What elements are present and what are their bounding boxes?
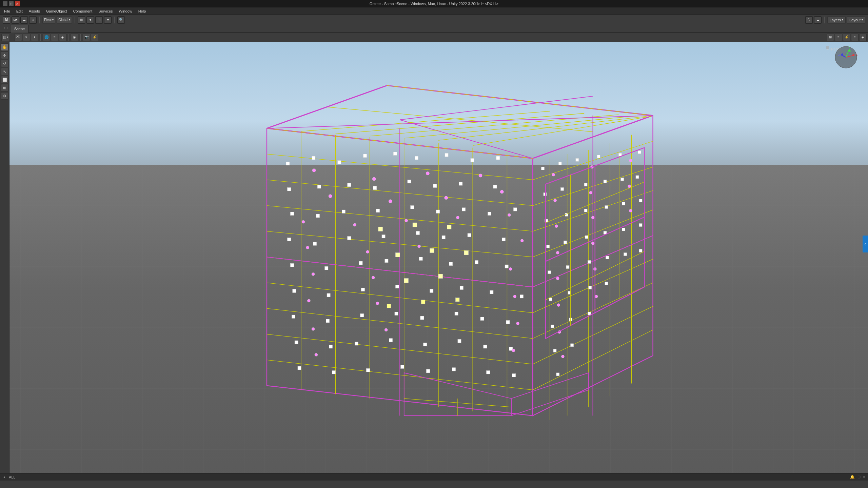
lighting-toggle[interactable]: ☀: [23, 34, 30, 41]
scene-options-icon[interactable]: ≡: [826, 45, 829, 51]
scene-extra-2[interactable]: ≡: [835, 34, 842, 41]
menu-component[interactable]: Component: [70, 8, 95, 14]
global-dropdown[interactable]: Global ▾: [57, 16, 72, 24]
fog-toggle[interactable]: ≡: [51, 34, 58, 41]
sidebar-toggle-button[interactable]: ‹: [863, 236, 868, 252]
grid-settings-button[interactable]: ▾: [104, 16, 112, 24]
snap-settings-button[interactable]: ▾: [86, 16, 94, 24]
layout-dropdown[interactable]: Layout ▾: [847, 16, 865, 24]
svg-rect-175: [430, 248, 434, 253]
history-icon-btn[interactable]: ⏱: [805, 16, 813, 24]
svg-line-41: [301, 111, 550, 131]
svg-line-54: [400, 96, 593, 120]
status-icon-2[interactable]: ⊞: [857, 475, 861, 479]
scene-sep-3: [68, 34, 69, 41]
svg-line-45: [438, 116, 647, 140]
svg-rect-133: [576, 158, 579, 161]
svg-rect-104: [460, 286, 463, 289]
minimize-button[interactable]: ─: [3, 1, 7, 6]
status-icon-1[interactable]: 🔔: [850, 475, 855, 479]
scene-toolbar: ▤ ▾ 2D ☀ ✦ 🌐 ≡ ◈ ◉ 📷 ⚡ ⊞ ≡ ⚡ ≡ ◈: [0, 33, 868, 42]
close-button[interactable]: ✕: [15, 1, 20, 6]
status-console-icon: ▲: [3, 475, 6, 479]
transform-tool-button[interactable]: ⊞: [1, 84, 8, 92]
svg-rect-150: [564, 241, 567, 244]
menu-window[interactable]: Window: [116, 8, 135, 14]
menu-edit[interactable]: Edit: [14, 8, 25, 14]
rotate-tool-button[interactable]: ↺: [1, 60, 8, 67]
draw-mode-dropdown[interactable]: ▤ ▾: [1, 34, 10, 41]
svg-rect-130: [512, 373, 515, 377]
svg-rect-108: [326, 319, 329, 323]
svg-point-182: [312, 168, 316, 172]
svg-rect-131: [541, 167, 544, 170]
svg-rect-80: [462, 208, 465, 211]
svg-rect-79: [436, 210, 439, 213]
svg-point-212: [629, 159, 632, 162]
pivot-dropdown[interactable]: Pivot ▾: [42, 16, 55, 24]
scene-extra-5[interactable]: ◈: [859, 34, 867, 41]
svg-point-206: [384, 328, 388, 331]
collab-dropdown[interactable]: M ▾: [12, 16, 19, 24]
account-icon[interactable]: M: [3, 16, 10, 24]
svg-point-187: [389, 200, 392, 203]
toggle-2d-button[interactable]: 2D: [14, 34, 22, 41]
svg-point-217: [591, 216, 594, 219]
skybox-toggle[interactable]: 🌐: [43, 34, 50, 41]
draw-mode-chevron: ▾: [7, 36, 8, 39]
svg-rect-82: [513, 208, 517, 211]
camera-effects-toggle[interactable]: 📷: [83, 34, 90, 41]
cloud-services-btn[interactable]: ☁: [814, 16, 822, 24]
move-tool-button[interactable]: ✛: [1, 52, 8, 59]
svg-rect-83: [287, 238, 291, 241]
menu-assets[interactable]: Assets: [26, 8, 43, 14]
scene-extra-4[interactable]: ≡: [851, 34, 859, 41]
flare-toggle[interactable]: ◈: [59, 34, 66, 41]
svg-rect-140: [604, 180, 607, 183]
status-icon-3[interactable]: ≡: [863, 475, 865, 479]
fx-toggle[interactable]: ✦: [31, 34, 38, 41]
menu-services[interactable]: Services: [96, 8, 115, 14]
cloud-button[interactable]: ☁: [20, 16, 28, 24]
svg-point-210: [552, 173, 555, 176]
svg-rect-66: [287, 187, 291, 191]
svg-point-204: [513, 295, 516, 298]
scene-view-area: ✋ ✛ ↺ ⤡ ⬜ ⊞ ⚙: [0, 42, 868, 481]
grid-toggle-button[interactable]: ⊞: [95, 16, 103, 24]
hand-tool-button[interactable]: ✋: [1, 43, 8, 51]
svg-point-193: [456, 216, 459, 219]
menu-help[interactable]: Help: [136, 8, 149, 14]
rect-tool-button[interactable]: ⬜: [1, 76, 8, 83]
scene-extra-3[interactable]: ⚡: [843, 34, 850, 41]
history-button[interactable]: ⊙: [29, 16, 37, 24]
svg-rect-100: [327, 293, 330, 297]
svg-rect-149: [547, 245, 550, 248]
svg-rect-74: [290, 212, 294, 215]
grid-snap-button[interactable]: ⊞: [78, 16, 85, 24]
svg-rect-90: [502, 238, 505, 241]
hidden-objects-toggle[interactable]: ◉: [71, 34, 78, 41]
search-button-top[interactable]: 🔍: [117, 16, 125, 24]
svg-rect-132: [558, 162, 561, 165]
svg-rect-139: [584, 183, 587, 186]
svg-rect-138: [560, 187, 564, 190]
svg-rect-71: [433, 184, 437, 187]
svg-rect-158: [606, 256, 609, 259]
viewport[interactable]: ← Persp: [0, 42, 868, 481]
orientation-gizmo[interactable]: Y X Z: [834, 45, 858, 69]
menu-gameobject[interactable]: GameObject: [43, 8, 70, 14]
menu-file[interactable]: File: [1, 8, 13, 14]
svg-rect-107: [292, 315, 295, 318]
maximize-button[interactable]: □: [9, 1, 14, 6]
svg-rect-94: [385, 259, 388, 262]
scene-tab[interactable]: Scene: [11, 25, 28, 33]
custom-tool-button[interactable]: ⚙: [1, 92, 8, 100]
animated-materials-toggle[interactable]: ⚡: [91, 34, 98, 41]
scene-extra-1[interactable]: ⊞: [827, 34, 834, 41]
layers-dropdown[interactable]: Layers ▾: [827, 16, 846, 24]
scale-tool-button[interactable]: ⤡: [1, 68, 8, 75]
svg-rect-112: [455, 312, 458, 315]
scene-panel-handle: ⋮⋮: [3, 27, 9, 30]
svg-rect-62: [415, 156, 418, 160]
left-toolbar: ✋ ✛ ↺ ⤡ ⬜ ⊞ ⚙: [0, 42, 9, 481]
